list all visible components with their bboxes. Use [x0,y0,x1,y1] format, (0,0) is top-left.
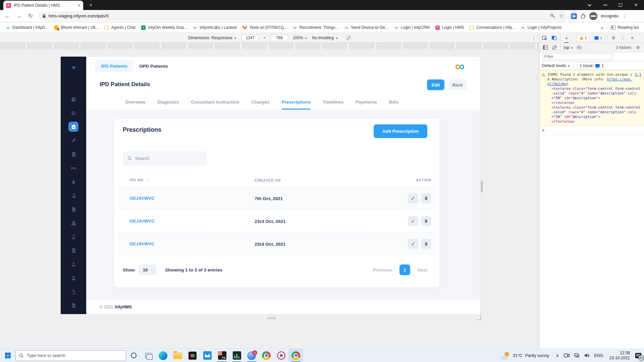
console-settings-icon[interactable]: ⚙ [635,44,641,51]
sidebar-item-ipd-patients[interactable] [68,122,78,132]
bookmark-item[interactable]: +InfyOm Weekly Goa... [139,24,189,31]
tab-consultant-instruction[interactable]: Consultant Instruction [191,94,239,110]
bookmark-item[interactable]: ∞Send Device-to-De... [342,24,390,31]
window-maximize-button[interactable] [613,0,628,10]
bookmark-item[interactable]: ∞Dashboard | InfyO... [3,24,50,31]
bookmark-item[interactable]: ∞Recruitment: Things... [290,24,340,31]
more-panels-icon[interactable]: » [563,33,570,43]
clear-console-icon[interactable] [552,45,557,50]
forward-button[interactable]: → [13,13,25,19]
devtools-settings-icon[interactable]: ⚙ [610,35,617,41]
hidden-icons-chevron[interactable]: ∧ [556,353,559,358]
sidebar-expand-button[interactable]: » [61,61,86,73]
edit-row-button[interactable] [408,193,418,203]
search-input[interactable] [135,156,202,161]
action-center-button[interactable]: 21 [633,349,644,362]
back-button[interactable]: ← [2,13,13,19]
viewport-resize-handle-corner[interactable] [476,315,481,320]
taskbar-search[interactable] [15,350,126,361]
page-size-select[interactable]: 10 [139,264,156,275]
bookmark-item[interactable]: ∞Login | InfyProjects [518,24,564,31]
back-button-app[interactable]: Back [448,79,467,90]
sidebar-item-dashboard[interactable] [68,94,78,104]
sidebar-item-employees[interactable] [68,259,78,269]
viewport-width-input[interactable] [241,35,259,41]
cortana-button[interactable] [126,349,141,362]
weather-widget[interactable]: 31°C Partly sunny [498,352,552,359]
taskbar-app-edge[interactable] [156,349,170,362]
taskbar-app-messaging[interactable]: 2 [244,349,259,362]
bookmark-item[interactable]: Conversations | Infy... [467,24,517,31]
inspect-element-icon[interactable] [541,35,548,41]
bookmark-item[interactable]: Bhumi khimani | Ult... [52,24,101,31]
tab-diagnosis[interactable]: Diagnosis [157,94,179,110]
tab-search-button[interactable] [582,0,596,10]
taskbar-app-chrome-active[interactable] [288,349,303,362]
edit-row-button[interactable] [408,239,418,249]
taskbar-app-phpstorm[interactable] [215,349,229,362]
viewport-resize-handle-right[interactable] [481,181,483,192]
edit-button[interactable]: Edit [427,79,444,90]
delete-row-button[interactable] [421,193,431,203]
bookmark-item[interactable]: +Login | HMS [433,24,466,31]
live-expression-eye-icon[interactable] [577,46,582,49]
sidebar-item-blood-bank[interactable] [68,177,78,187]
console-filter-input[interactable] [542,53,612,60]
taskbar-app-recorder[interactable] [274,349,288,362]
bookmark-item[interactable]: ∞InfyomLabs | Laravel [191,24,239,31]
sidebar-item-accountants[interactable] [68,273,78,283]
edit-row-button[interactable] [408,216,418,226]
delete-row-button[interactable] [421,216,431,226]
tab-prescriptions[interactable]: Prescriptions [282,94,311,110]
language-indicator[interactable]: ENG [594,353,603,358]
window-minimize-button[interactable] [598,0,612,10]
incognito-avatar[interactable] [589,12,597,20]
taskbar-app-mail[interactable] [200,349,215,362]
reload-button[interactable]: ↻ [25,12,36,19]
viewport-height-input[interactable] [271,35,288,41]
rotate-viewport-icon[interactable] [346,36,351,40]
extension-icon[interactable]: ▣ [571,13,577,19]
console-prompt[interactable]: > [539,126,644,135]
ipd-no-link[interactable]: OEJ4VWVC [129,219,155,224]
issues-summary-button[interactable]: 1 Issue:1 [577,62,606,69]
issues-badge[interactable]: 1 [592,35,604,41]
zoom-dropdown[interactable]: 100%▼ [293,36,308,40]
sidebar-item-billing[interactable]: $ [68,149,78,159]
task-view-button[interactable] [141,349,156,362]
tab-payments[interactable]: Payments [356,94,377,110]
sidebar-item-medicines[interactable] [68,218,78,228]
tab-timelines[interactable]: Timelines [323,94,343,110]
sidebar-item-reports[interactable] [68,245,78,255]
console-code-line[interactable]: <textarea class="form-control form-contr… [542,105,641,119]
sidebar-item-doctors[interactable] [68,190,78,200]
devtools-close-icon[interactable]: × [629,35,636,41]
device-toolbar-menu-icon[interactable]: ⋮ [532,35,536,41]
extensions-puzzle-icon[interactable] [580,13,586,19]
log-levels-dropdown[interactable]: Default levels ▼ [542,63,570,68]
sort-chevron-icon[interactable] [145,178,149,181]
bookmark-star-icon[interactable]: ☆ [559,13,564,19]
hidden-messages-label[interactable]: 3 hidden [616,45,631,50]
device-toolbar-toggle-icon[interactable] [551,35,557,41]
meet-now-icon[interactable] [564,353,570,358]
taskbar-app-chrome[interactable] [259,349,274,362]
new-tab-button[interactable]: + [87,2,95,9]
taskbar-app-explorer[interactable] [170,349,185,362]
taskbar-app-chart-tool[interactable] [229,349,244,362]
current-page-button[interactable]: 1 [399,264,410,275]
tab-overview[interactable]: Overview [125,94,145,110]
bookmark-item[interactable]: Teste on [07/09/21]... [240,24,289,31]
address-bar[interactable]: hms-staging.infyom.com/ipds/5 ☆ [38,11,568,21]
sidebar-item-operations[interactable] [68,135,78,145]
throttling-dropdown[interactable]: No throttling▼ [312,36,338,40]
previous-page-button[interactable]: Previous [373,267,392,273]
delete-row-button[interactable] [421,239,431,249]
window-close-button[interactable]: × [629,0,643,10]
tab-bills[interactable]: Bills [389,94,399,110]
bookmark-item[interactable]: Agents | Chat [102,24,138,31]
next-page-button[interactable]: Next [418,267,427,273]
search-box[interactable] [123,151,207,166]
more-bookmarks-icon[interactable]: » [599,25,605,31]
taskbar-app-store[interactable] [185,349,200,362]
